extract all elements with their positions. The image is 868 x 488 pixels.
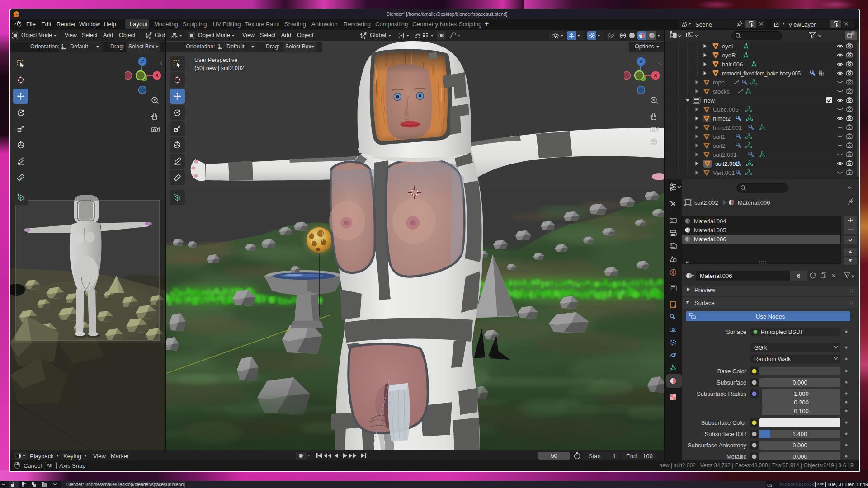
svg-text:rope: rope	[713, 79, 725, 86]
svg-text:suit1: suit1	[713, 133, 725, 140]
svg-text:Vert.001: Vert.001	[713, 169, 735, 176]
svg-text:Cube.005: Cube.005	[713, 106, 738, 113]
svg-text:1.400: 1.400	[793, 431, 807, 437]
svg-text:Random Walk: Random Walk	[754, 356, 791, 362]
svg-text:0.000: 0.000	[793, 442, 807, 449]
svg-text:hlmet2.001: hlmet2.001	[713, 124, 742, 131]
svg-text:stocks: stocks	[713, 88, 730, 95]
svg-text:X: X	[155, 73, 159, 78]
svg-text:eyeR: eyeR	[722, 52, 736, 59]
svg-text:new: new	[704, 97, 715, 104]
svg-text:Z: Z	[640, 59, 643, 64]
svg-text:X: X	[654, 73, 657, 78]
svg-text:eyeL: eyeL	[722, 43, 735, 50]
svg-text:remodel_fixed.fem_bake.body.00: remodel_fixed.fem_bake.body.005	[722, 70, 801, 77]
svg-text:1.000: 1.000	[794, 390, 809, 397]
svg-text:Surface: Surface	[726, 328, 746, 335]
svg-text:suit2: suit2	[713, 142, 725, 149]
svg-text:Subsurface Anisotropy: Subsurface Anisotropy	[688, 442, 747, 449]
svg-text:Base Color: Base Color	[717, 368, 747, 375]
svg-text:GGX: GGX	[754, 344, 767, 351]
svg-text:0.000: 0.000	[793, 453, 807, 460]
svg-text:0.200: 0.200	[794, 399, 809, 406]
svg-text:0.100: 0.100	[794, 408, 809, 414]
svg-text:Material.005: Material.005	[694, 227, 726, 234]
svg-text:suit2.001: suit2.001	[713, 151, 737, 158]
svg-text:Principled BSDF: Principled BSDF	[761, 328, 804, 335]
svg-text:Material.004: Material.004	[694, 218, 726, 225]
svg-text:hlmet2: hlmet2	[713, 115, 731, 122]
svg-text:0.000: 0.000	[793, 379, 807, 386]
svg-text:Subsurface: Subsurface	[717, 379, 746, 386]
svg-text:Preview: Preview	[694, 286, 716, 293]
svg-text:6: 6	[797, 272, 800, 279]
svg-text:Material.006: Material.006	[694, 236, 726, 243]
svg-text:Subsurface Color: Subsurface Color	[701, 419, 747, 426]
svg-text:Use Nodes: Use Nodes	[756, 313, 785, 320]
svg-text:hair.006: hair.006	[722, 61, 743, 68]
svg-text:suit2.002: suit2.002	[694, 199, 718, 206]
svg-text:Material.006: Material.006	[738, 199, 770, 206]
svg-text:suit2.002: suit2.002	[715, 160, 739, 167]
svg-text:Z: Z	[141, 59, 144, 64]
svg-text:Metallic: Metallic	[726, 453, 747, 460]
svg-text:Material.006: Material.006	[700, 272, 732, 279]
svg-text:Subsurface IOR: Subsurface IOR	[705, 431, 747, 437]
svg-text:Surface: Surface	[694, 300, 715, 306]
svg-text:Subsurface Radius: Subsurface Radius	[697, 390, 746, 397]
